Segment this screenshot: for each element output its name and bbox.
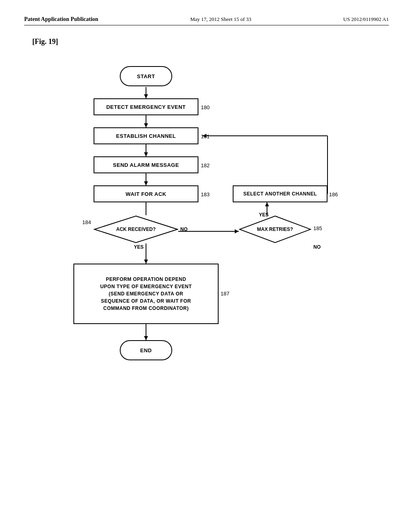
svg-marker-5 bbox=[144, 152, 148, 156]
page-header: Patent Application Publication May 17, 2… bbox=[24, 16, 389, 25]
no-184-label: NO bbox=[180, 227, 188, 232]
ref-180: 180 bbox=[201, 104, 210, 110]
header-publication: Patent Application Publication bbox=[24, 16, 98, 23]
ref-184: 184 bbox=[82, 219, 91, 225]
svg-marker-11 bbox=[144, 260, 148, 264]
yes-184-label: YES bbox=[134, 244, 144, 250]
yes-185-label: YES bbox=[259, 212, 269, 218]
ref-187: 187 bbox=[221, 291, 229, 297]
end-node: END bbox=[120, 340, 172, 360]
select-another-channel-node: SELECT ANOTHER CHANNEL bbox=[233, 185, 327, 202]
send-alarm-message-node: SEND ALARM MESSAGE bbox=[94, 156, 198, 173]
no-185-label: NO bbox=[313, 244, 321, 250]
establish-channel-node: ESTABLISH CHANNEL bbox=[94, 127, 198, 144]
svg-marker-1 bbox=[144, 94, 148, 98]
max-retries-diamond: MAX RETRIES? bbox=[239, 215, 311, 243]
svg-marker-13 bbox=[235, 229, 239, 233]
ack-received-diamond: ACK RECEIVED? bbox=[94, 215, 178, 243]
svg-marker-7 bbox=[144, 181, 148, 185]
flowchart-diagram: START DETECT EMERGENCY EVENT 180 ESTABLI… bbox=[53, 58, 360, 421]
page: Patent Application Publication May 17, 2… bbox=[0, 0, 413, 532]
wait-for-ack-node: WAIT FOR ACK bbox=[94, 185, 198, 202]
svg-marker-20 bbox=[144, 336, 148, 340]
ref-182: 182 bbox=[201, 162, 210, 168]
ref-183: 183 bbox=[201, 191, 210, 197]
svg-marker-3 bbox=[144, 123, 148, 127]
start-node: START bbox=[120, 66, 172, 86]
svg-marker-15 bbox=[265, 202, 269, 206]
ref-185: 185 bbox=[313, 225, 322, 231]
perform-operation-node: PERFORM OPERATION DEPEND UPON TYPE OF EM… bbox=[73, 264, 219, 324]
header-patent-number: US 2012/0119902 A1 bbox=[343, 16, 389, 23]
detect-emergency-event-node: DETECT EMERGENCY EVENT bbox=[94, 98, 198, 115]
header-date-sheet: May 17, 2012 Sheet 15 of 33 bbox=[190, 16, 251, 23]
ref-181: 181 bbox=[201, 133, 210, 139]
figure-label: [Fig. 19] bbox=[32, 37, 389, 46]
ref-186: 186 bbox=[329, 191, 338, 197]
